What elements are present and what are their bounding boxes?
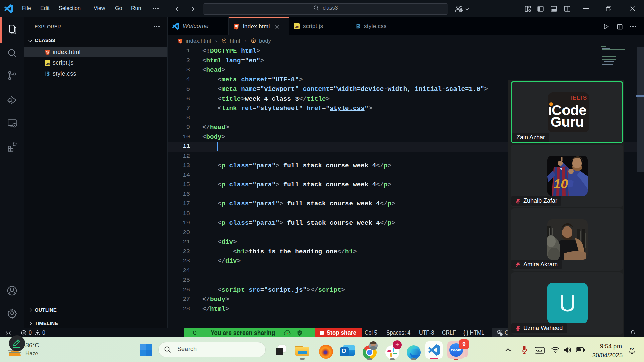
svg-text:10: 10 [554,177,568,191]
